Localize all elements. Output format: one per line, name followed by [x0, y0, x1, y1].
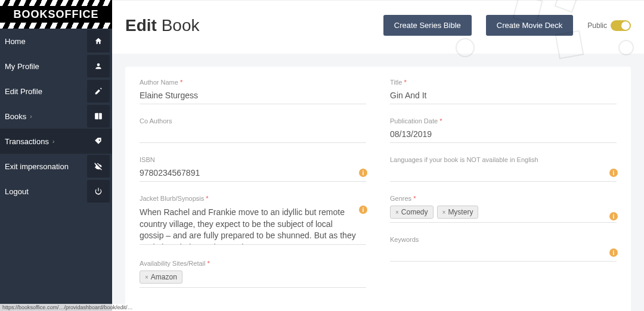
create-movie-deck-button[interactable]: Create Movie Deck	[486, 15, 574, 36]
form-col-left: Author Name * Co Authors ISBN i Jacket B…	[140, 79, 366, 301]
label-keywords: Keywords	[390, 236, 617, 243]
co-authors-input[interactable]	[140, 126, 366, 143]
public-toggle-group: Public	[587, 20, 631, 31]
field-author-name: Author Name *	[140, 79, 366, 104]
field-keywords: Keywords i	[390, 236, 617, 262]
info-icon[interactable]: i	[609, 248, 618, 257]
field-synopsis: Jacket Blurb/Synopsis * When Rachel and …	[140, 195, 366, 247]
label-co-authors: Co Authors	[140, 117, 366, 125]
info-icon[interactable]: i	[609, 212, 618, 220]
sidebar-item-transactions[interactable]: Transactions›	[0, 129, 112, 154]
eye-off-icon	[87, 155, 110, 178]
label-availability: Availability Sites/Retail *	[140, 260, 366, 267]
svg-point-4	[619, 41, 633, 55]
sidebar-item-label: Exit impersonation	[5, 162, 69, 171]
page-title: Edit Book	[125, 16, 200, 35]
remove-tag-icon[interactable]: ×	[442, 209, 446, 216]
author-name-input[interactable]	[140, 87, 366, 104]
synopsis-input[interactable]: When Rachel and Frankie move to an idyll…	[140, 203, 366, 245]
field-genres: Genres * ×Comedy ×Mystery i	[390, 195, 617, 223]
field-languages: Languages if your book is NOT available …	[390, 156, 617, 182]
isbn-input[interactable]	[140, 164, 366, 182]
sidebar-item-label: My Profile	[5, 62, 39, 71]
label-title: Title *	[390, 79, 617, 86]
sidebar-item-label: Home	[5, 37, 26, 46]
sidebar-item-label: Logout	[5, 187, 29, 196]
main-content: Edit Book Create Series Bible Create Mov…	[112, 0, 644, 311]
sidebar-item-label: Edit Profile	[5, 87, 42, 96]
languages-input[interactable]	[390, 164, 617, 182]
sidebar-item-home[interactable]: Home	[0, 29, 112, 54]
label-isbn: ISBN	[140, 156, 366, 163]
pub-date-input[interactable]	[390, 126, 617, 143]
info-icon[interactable]: i	[359, 169, 367, 177]
tags-icon	[87, 130, 110, 153]
field-availability: Availability Sites/Retail * ×Amazon	[140, 260, 366, 288]
page-header: Edit Book Create Series Bible Create Mov…	[112, 1, 644, 54]
public-toggle[interactable]	[611, 20, 631, 31]
home-icon	[87, 30, 110, 52]
label-synopsis: Jacket Blurb/Synopsis *	[140, 195, 366, 202]
field-pub-date: Publication Date *	[390, 117, 617, 143]
form-area: Author Name * Co Authors ISBN i Jacket B…	[112, 54, 644, 311]
user-icon	[87, 55, 110, 77]
public-toggle-label: Public	[587, 21, 607, 30]
tag-comedy[interactable]: ×Comedy	[390, 206, 434, 219]
header-actions: Create Series Bible Create Movie Deck Pu…	[383, 15, 631, 36]
label-genres: Genres *	[390, 195, 617, 202]
sidebar-item-label: Transactions	[5, 137, 49, 146]
info-icon[interactable]: i	[609, 169, 618, 177]
sidebar: BOOKSOFFICE Home My Profile Edit Profile…	[0, 0, 112, 311]
label-languages: Languages if your book is NOT available …	[390, 156, 617, 163]
form-card: Author Name * Co Authors ISBN i Jacket B…	[125, 67, 631, 311]
sidebar-item-my-profile[interactable]: My Profile	[0, 54, 112, 79]
label-author-name: Author Name *	[140, 79, 366, 86]
availability-tags[interactable]: ×Amazon	[140, 268, 366, 288]
status-bar-url: https://booksoffice.com/…/providashboard…	[0, 304, 135, 311]
sidebar-item-logout[interactable]: Logout	[0, 179, 112, 204]
book-icon	[87, 105, 110, 127]
genres-tags[interactable]: ×Comedy ×Mystery	[390, 203, 617, 223]
sidebar-item-label: Books	[5, 112, 26, 121]
tag-amazon[interactable]: ×Amazon	[140, 270, 182, 284]
title-input[interactable]	[390, 87, 617, 104]
info-icon[interactable]: i	[359, 206, 367, 214]
field-co-authors: Co Authors	[140, 117, 366, 143]
sidebar-item-edit-profile[interactable]: Edit Profile	[0, 79, 112, 104]
remove-tag-icon[interactable]: ×	[395, 209, 399, 216]
create-series-bible-button[interactable]: Create Series Bible	[383, 15, 472, 36]
remove-tag-icon[interactable]: ×	[145, 274, 148, 281]
field-title: Title *	[390, 79, 617, 104]
field-isbn: ISBN i	[140, 156, 366, 182]
form-col-right: Title * Publication Date * Languages if …	[390, 79, 617, 301]
chevron-right-icon: ›	[52, 138, 54, 145]
sidebar-item-exit-impersonation[interactable]: Exit impersonation	[0, 154, 112, 179]
sidebar-item-books[interactable]: Books›	[0, 104, 112, 129]
chevron-right-icon: ›	[30, 113, 32, 120]
power-icon	[87, 180, 110, 203]
brand-text: BOOKSOFFICE	[13, 8, 98, 21]
label-pub-date: Publication Date *	[390, 117, 617, 125]
edit-icon	[87, 80, 110, 102]
brand-logo: BOOKSOFFICE	[0, 0, 112, 29]
keywords-input[interactable]	[390, 244, 617, 262]
svg-rect-3	[555, 0, 578, 12]
tag-mystery[interactable]: ×Mystery	[437, 206, 479, 219]
